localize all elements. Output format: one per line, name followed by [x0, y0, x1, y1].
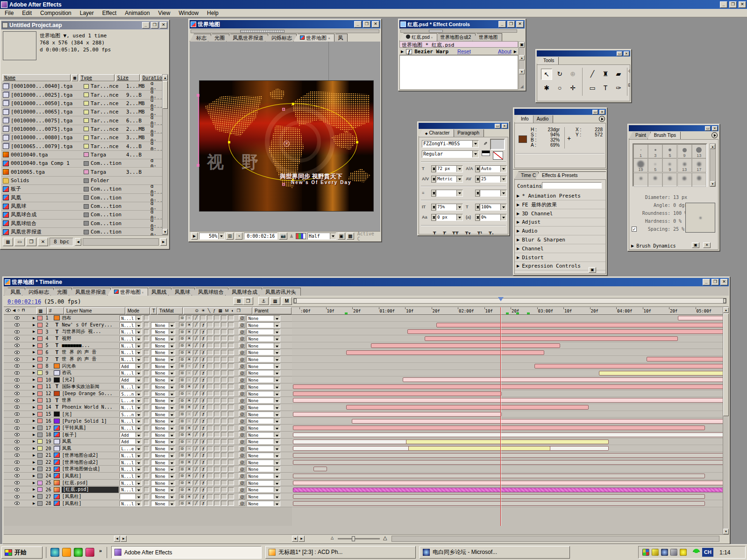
- resolution-dropdown[interactable]: Half: [307, 233, 336, 240]
- switch-e2-icon[interactable]: [214, 336, 220, 341]
- project-item-row[interactable]: [0010000...0025].tgaTar...nce9...Bd 0:..…: [1, 91, 163, 99]
- layer-parent-dropdown[interactable]: None: [247, 322, 280, 328]
- info-tab-info[interactable]: Info: [514, 115, 534, 123]
- char-field-dropdown[interactable]: 100%: [480, 204, 507, 211]
- switch-e2-icon[interactable]: [214, 350, 220, 355]
- layer-parent-arrow[interactable]: [274, 418, 280, 423]
- layer-mode-dropdown[interactable]: S...n: [120, 391, 142, 397]
- composition-icon[interactable]: ❐: [26, 238, 36, 246]
- layer-mode-arrow[interactable]: [135, 384, 142, 389]
- layer-expand-arrow[interactable]: ▶: [33, 378, 35, 382]
- switch-e2-icon[interactable]: [214, 411, 220, 417]
- switch-e2-icon[interactable]: [214, 467, 220, 472]
- switch-e3-icon[interactable]: [221, 350, 227, 355]
- switch-e2-icon[interactable]: [214, 363, 220, 369]
- layer-mode-dropdown[interactable]: N...l: [120, 425, 142, 431]
- layer-duration-bar[interactable]: [293, 432, 729, 437]
- layer-mode-dropdown[interactable]: N...l: [120, 343, 142, 348]
- anchor-point-icon[interactable]: ✕: [284, 141, 290, 147]
- layer-name[interactable]: ■■■■■■■...: [62, 343, 119, 348]
- shy-toggle-icon[interactable]: ❐: [243, 297, 253, 305]
- switch-f-icon[interactable]: ƒ: [200, 350, 206, 355]
- switch-e2-icon[interactable]: [214, 384, 220, 389]
- paint-close-button[interactable]: ✕: [712, 126, 718, 131]
- layer-duration-bar[interactable]: [406, 439, 609, 444]
- layer-trkmat-arrow[interactable]: [169, 398, 175, 403]
- switch-e3-icon[interactable]: [221, 467, 227, 472]
- layer-label-color[interactable]: [37, 453, 43, 458]
- project-titlebar[interactable]: Untitled Project.aep _ ❐ ✕: [1, 21, 168, 29]
- switch-fx-icon[interactable]: ☀: [186, 494, 192, 499]
- layer-visibility-toggle[interactable]: [14, 330, 20, 333]
- zoom-dropdown[interactable]: 50%: [199, 233, 225, 240]
- switch-e2-icon[interactable]: [214, 404, 220, 410]
- layer-name[interactable]: 挡布: [62, 315, 119, 321]
- current-time-display[interactable]: 0:00:02:16: [7, 298, 41, 305]
- layer-parent-dropdown[interactable]: None: [247, 363, 280, 369]
- switch-blur-icon[interactable]: ╱: [193, 322, 199, 327]
- transparency-grid-icon[interactable]: ▩: [347, 233, 354, 240]
- timeline-tab-6[interactable]: 凤凰球: [168, 288, 195, 296]
- switch-e1-icon[interactable]: [207, 322, 213, 327]
- switch-e2-icon[interactable]: [214, 370, 220, 376]
- switch-e4-icon[interactable]: [228, 467, 234, 472]
- char-style-button-3[interactable]: Tт: [465, 231, 471, 234]
- project-item-row[interactable]: [0010000...0080].tgaTar...nce3...MBd 0:.…: [1, 134, 163, 142]
- layer-label-color[interactable]: [37, 501, 43, 506]
- switch-fx-icon[interactable]: ▫: [186, 363, 192, 369]
- switch-e1-icon[interactable]: [207, 432, 213, 437]
- layer-t-cell[interactable]: [144, 501, 149, 506]
- switch-e1-icon[interactable]: [207, 439, 213, 444]
- layer-mode-dropdown[interactable]: Add: [120, 363, 142, 369]
- fx-tab-0[interactable]: 红底.psd▫: [399, 33, 437, 41]
- layer-duration-bar[interactable]: [371, 343, 560, 348]
- layer-expand-arrow[interactable]: ▶: [33, 488, 35, 491]
- layer-expand-arrow[interactable]: ▶: [33, 461, 35, 464]
- layer-expand-arrow[interactable]: ▶: [33, 412, 35, 416]
- layer-mode-dropdown[interactable]: N...l: [120, 336, 142, 341]
- switch-e1-icon[interactable]: [207, 411, 213, 417]
- parent-pickwhip-icon[interactable]: @: [239, 315, 245, 320]
- rail-down-arrow[interactable]: ▼: [519, 69, 525, 74]
- layer-visibility-toggle[interactable]: [14, 378, 20, 382]
- layer-duration-bar[interactable]: [599, 371, 729, 376]
- layer-name[interactable]: 与世界同步 视...: [62, 328, 119, 335]
- fx-effect-row[interactable]: ▶ƒBezier WarpResetAbout▶: [399, 48, 518, 55]
- switch-f-icon[interactable]: ƒ: [200, 418, 206, 424]
- layer-mode-dropdown[interactable]: S...n: [120, 411, 142, 417]
- switch-f-icon[interactable]: ƒ: [200, 425, 206, 431]
- switch-f-icon[interactable]: ƒ: [200, 322, 206, 327]
- char-field-arrow[interactable]: [456, 190, 462, 196]
- about-link[interactable]: About: [498, 49, 512, 54]
- switch-e4-icon[interactable]: [228, 377, 234, 383]
- layer-parent-arrow[interactable]: [274, 405, 280, 410]
- column-header-number[interactable]: #: [47, 307, 64, 314]
- layer-duration-bar[interactable]: [678, 316, 729, 320]
- switch-f-icon[interactable]: ƒ: [200, 377, 206, 383]
- task-button-1[interactable]: 无标题1* [2:3] : ACD Ph...: [265, 546, 416, 559]
- layer-trkmat-dropdown[interactable]: None: [151, 494, 175, 499]
- layer-label-color[interactable]: [37, 432, 43, 437]
- layer-visibility-toggle[interactable]: [14, 364, 20, 368]
- switch-e3-icon[interactable]: [221, 432, 227, 437]
- font-style-arrow[interactable]: [472, 151, 478, 157]
- layer-trkmat-dropdown[interactable]: None: [151, 391, 175, 397]
- graph-scroll-right-arrow[interactable]: ▶: [299, 536, 305, 542]
- switch-f-icon[interactable]: ƒ: [200, 453, 206, 458]
- layer-trkmat-arrow[interactable]: [169, 418, 175, 423]
- project-item-row[interactable]: [0010000...0075].tgaTar...nce2...MBd 0:.…: [1, 125, 163, 134]
- layer-expand-arrow[interactable]: ▶: [33, 502, 35, 505]
- switch-e3-icon[interactable]: [221, 494, 227, 499]
- layer-expand-arrow[interactable]: ▶: [33, 426, 35, 430]
- switch-fx-icon[interactable]: ☀: [186, 384, 192, 389]
- layer-mode-arrow[interactable]: [135, 446, 142, 451]
- switch-blur-icon[interactable]: ╱: [193, 391, 199, 396]
- switch-e4-icon[interactable]: [228, 425, 234, 431]
- switch-blur-icon[interactable]: ╱: [193, 439, 199, 444]
- layer-label-color[interactable]: [37, 439, 43, 444]
- switch-fx-icon[interactable]: ☀: [186, 467, 192, 472]
- switch-blur-icon[interactable]: ╱: [193, 384, 199, 389]
- layer-trkmat-arrow[interactable]: [169, 336, 175, 341]
- layer-parent-dropdown[interactable]: None: [247, 439, 280, 444]
- navigator-start-handle[interactable]: [294, 298, 297, 303]
